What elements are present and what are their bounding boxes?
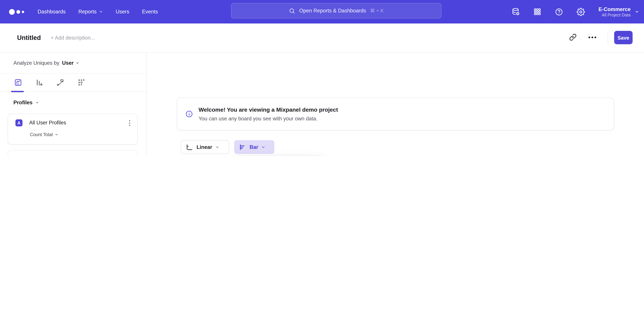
more-options-icon[interactable]	[588, 36, 597, 38]
aggregation-value: Count Total	[30, 132, 53, 137]
copy-link-icon[interactable]	[569, 34, 576, 41]
data-management-icon[interactable]	[512, 8, 520, 16]
profiles-section-header[interactable]: Profiles	[0, 100, 146, 106]
project-scope: All Project Data	[598, 12, 630, 18]
report-type-tabs	[0, 74, 146, 92]
tab-flows[interactable]	[56, 78, 64, 86]
analyze-row: Analyze Uniques by User	[0, 53, 146, 74]
tab-retention[interactable]	[78, 78, 86, 86]
divider	[608, 32, 608, 45]
nav-users[interactable]: Users	[116, 9, 129, 15]
axis-scale-icon	[186, 143, 193, 151]
banner-subtitle: You can use any board you see with your …	[198, 115, 338, 122]
logo-dot	[22, 10, 24, 13]
chevron-down-icon	[55, 133, 58, 136]
active-tab-indicator	[11, 91, 24, 92]
nav-dashboards[interactable]: Dashboards	[38, 9, 66, 15]
tab-funnels[interactable]	[35, 78, 43, 86]
chevron-down-icon	[35, 100, 39, 104]
chevron-down-icon	[215, 145, 219, 149]
top-nav-right: E-Commerce All Project Data	[512, 0, 639, 24]
banner-title: Welcome! You are viewing a Mixpanel demo…	[198, 106, 338, 114]
chevron-down-icon	[99, 10, 103, 14]
chevron-down-icon	[634, 10, 639, 14]
chevron-down-icon	[76, 61, 80, 65]
scale-label: Linear	[196, 144, 212, 150]
project-name: E-Commerce	[598, 6, 630, 12]
nav-reports-label: Reports	[78, 9, 96, 15]
aggregation-selector[interactable]: Count Total	[30, 132, 58, 137]
logo-dot	[16, 10, 20, 14]
top-nav: Dashboards Reports Users Events Open Rep…	[0, 0, 644, 24]
chevron-down-icon	[261, 145, 265, 149]
report-header: Untitled + Add description... Save	[0, 24, 644, 53]
metric-menu-icon[interactable]	[129, 120, 130, 126]
info-icon	[186, 110, 193, 118]
query-builder-sidebar: Analyze Uniques by User Profiles	[0, 53, 146, 156]
mixpanel-logo[interactable]	[9, 9, 24, 14]
global-search[interactable]: Open Reports & Dashboards ⌘ + K	[231, 3, 442, 18]
scale-selector[interactable]: Linear	[181, 140, 229, 154]
save-button[interactable]: Save	[614, 31, 632, 44]
settings-gear-icon[interactable]	[577, 8, 585, 16]
nav-events[interactable]: Events	[142, 9, 158, 15]
nav-reports[interactable]: Reports	[78, 9, 103, 15]
report-title[interactable]: Untitled	[17, 34, 41, 42]
chart-type-label: Bar	[250, 144, 258, 150]
logo-dot	[9, 9, 15, 14]
shortcut-hint: ⌘ + K	[370, 8, 384, 14]
metric-card[interactable]: A All User Profiles Count Total	[8, 114, 138, 144]
metric-letter-badge: A	[16, 119, 22, 126]
profiles-header-label: Profiles	[14, 100, 32, 106]
help-icon[interactable]	[555, 8, 563, 16]
apps-grid-icon[interactable]	[534, 8, 542, 16]
mixpanel-app: Dashboards Reports Users Events Open Rep…	[0, 0, 644, 156]
banner-text: Welcome! You are viewing a Mixpanel demo…	[198, 106, 338, 122]
add-metric-button[interactable]: Add Metric	[8, 150, 138, 156]
search-icon	[289, 8, 295, 14]
primary-nav: Dashboards Reports Users Events	[38, 9, 158, 15]
global-search-placeholder: Open Reports & Dashboards	[299, 8, 366, 14]
bar-chart-icon	[239, 143, 246, 151]
chart-type-selector[interactable]: Bar	[234, 140, 274, 154]
add-description[interactable]: + Add description...	[51, 35, 95, 41]
analyze-label: Analyze Uniques by	[14, 60, 59, 66]
metric-name[interactable]: All User Profiles	[29, 120, 66, 126]
analyze-entity-selector[interactable]: User	[62, 60, 80, 66]
demo-banner: Welcome! You are viewing a Mixpanel demo…	[177, 98, 614, 130]
tab-insights[interactable]	[14, 78, 22, 86]
analyze-entity-value: User	[62, 60, 74, 66]
project-info: E-Commerce All Project Data	[598, 6, 630, 18]
project-switcher[interactable]: E-Commerce All Project Data	[598, 6, 639, 18]
